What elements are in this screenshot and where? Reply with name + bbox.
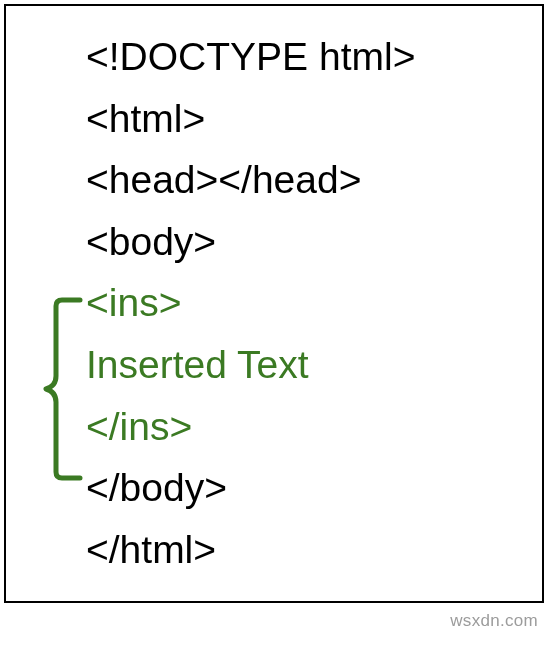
code-line-ins-open: <ins> <box>86 272 522 334</box>
highlight-bracket <box>40 296 84 482</box>
code-line-doctype: <!DOCTYPE html> <box>86 26 522 88</box>
code-line-ins-close: </ins> <box>86 396 522 458</box>
code-line-head: <head></head> <box>86 149 522 211</box>
code-line-html-open: <html> <box>86 88 522 150</box>
code-line-body-open: <body> <box>86 211 522 273</box>
watermark-text: wsxdn.com <box>450 611 538 631</box>
code-line-html-close: </html> <box>86 519 522 581</box>
code-line-body-close: </body> <box>86 457 522 519</box>
code-frame: <!DOCTYPE html> <html> <head></head> <bo… <box>4 4 544 603</box>
code-line-ins-content: Inserted Text <box>86 334 522 396</box>
